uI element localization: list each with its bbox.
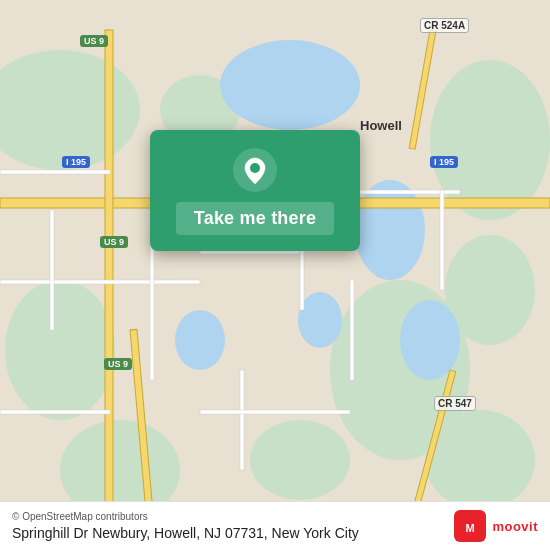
map-container: US 9 CR 524A I 195 I 195 US 9 US 9 CR 54… — [0, 0, 550, 550]
location-pin-icon — [233, 148, 277, 192]
bottom-left: © OpenStreetMap contributors Springhill … — [12, 511, 359, 541]
i195-right-label: I 195 — [430, 156, 458, 168]
svg-rect-30 — [440, 190, 444, 290]
bottom-bar: © OpenStreetMap contributors Springhill … — [0, 501, 550, 550]
us9-top-label: US 9 — [80, 35, 108, 47]
svg-rect-28 — [0, 410, 110, 414]
location-label: Springhill Dr Newbury, Howell, NJ 07731,… — [12, 525, 359, 541]
svg-rect-20 — [0, 280, 200, 284]
svg-point-12 — [400, 300, 460, 380]
moovit-text: moovit — [492, 519, 538, 534]
moovit-logo: M moovit — [454, 510, 538, 542]
us9-bot-label: US 9 — [104, 358, 132, 370]
cr547-label: CR 547 — [434, 396, 476, 411]
svg-point-14 — [298, 292, 342, 348]
svg-point-4 — [5, 280, 115, 420]
take-me-there-button[interactable]: Take me there — [176, 202, 334, 235]
svg-rect-24 — [240, 370, 244, 470]
svg-rect-21 — [150, 230, 154, 380]
svg-text:M: M — [466, 522, 475, 534]
svg-point-11 — [355, 180, 425, 280]
svg-rect-16 — [105, 30, 113, 520]
svg-rect-27 — [0, 170, 110, 174]
cr524a-label: CR 524A — [420, 18, 469, 33]
svg-rect-26 — [200, 410, 350, 414]
svg-point-10 — [220, 40, 360, 130]
svg-rect-32 — [50, 210, 54, 330]
svg-rect-25 — [350, 280, 354, 380]
svg-point-2 — [430, 60, 550, 220]
howell-label: Howell — [360, 118, 402, 133]
osm-attribution: © OpenStreetMap contributors — [12, 511, 359, 522]
svg-point-13 — [175, 310, 225, 370]
moovit-logo-icon: M — [454, 510, 486, 542]
svg-point-34 — [250, 163, 260, 173]
us9-mid-label: US 9 — [100, 236, 128, 248]
popup-card: Take me there — [150, 130, 360, 251]
i195-left-label: I 195 — [62, 156, 90, 168]
map-background — [0, 0, 550, 550]
svg-point-6 — [250, 420, 350, 500]
